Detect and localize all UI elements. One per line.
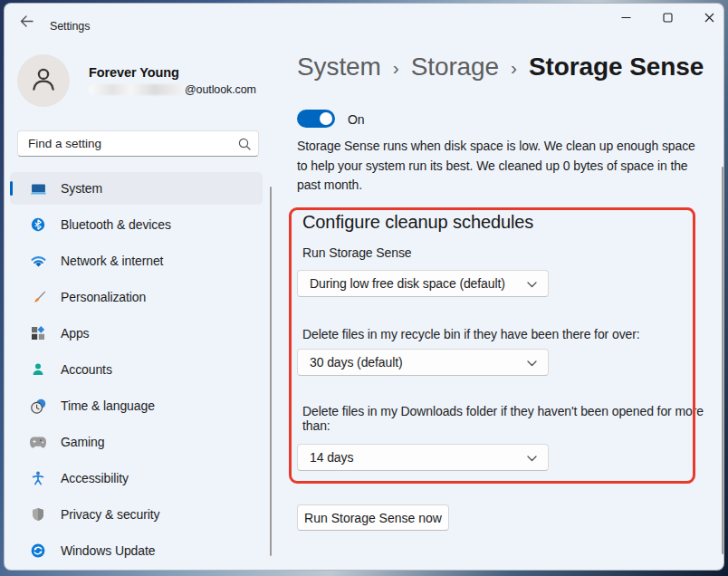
section-title: Configure cleanup schedules bbox=[302, 212, 533, 233]
sidebar-item-label: Time & language bbox=[61, 398, 155, 413]
windows-update-icon bbox=[30, 543, 46, 558]
sidebar-item-label: Accessibility bbox=[61, 471, 129, 485]
minimize-icon bbox=[621, 10, 631, 26]
accounts-icon bbox=[30, 362, 46, 377]
privacy-icon bbox=[30, 507, 46, 522]
storage-sense-toggle[interactable] bbox=[297, 110, 335, 128]
sidebar-item-gaming[interactable]: Gaming bbox=[10, 426, 263, 458]
email-blurred-part bbox=[89, 84, 183, 95]
breadcrumb-storage-sense: Storage Sense bbox=[529, 53, 704, 82]
close-icon bbox=[704, 10, 714, 26]
toggle-state-label: On bbox=[348, 112, 364, 127]
run-storage-sense-dropdown[interactable]: During low free disk space (default) bbox=[297, 270, 549, 297]
sidebar-item-personalization[interactable]: Personalization bbox=[10, 281, 263, 313]
back-arrow-icon bbox=[20, 14, 34, 31]
run-storage-sense-now-button[interactable]: Run Storage Sense now bbox=[297, 504, 449, 531]
sidebar-item-privacy-security[interactable]: Privacy & security bbox=[10, 498, 263, 531]
breadcrumb: System › Storage › Storage Sense bbox=[297, 53, 704, 82]
content-scrollbar[interactable] bbox=[722, 167, 723, 554]
user-name: Forever Young bbox=[89, 65, 179, 80]
apps-icon bbox=[30, 326, 46, 341]
back-button[interactable] bbox=[12, 10, 41, 35]
run-storage-sense-label: Run Storage Sense bbox=[302, 245, 412, 260]
sidebar-item-label: Gaming bbox=[61, 435, 104, 449]
maximize-icon bbox=[663, 10, 673, 26]
sidebar-item-accessibility[interactable]: Accessibility bbox=[10, 462, 263, 494]
accessibility-icon bbox=[30, 471, 46, 485]
toggle-knob bbox=[320, 112, 332, 125]
bluetooth-icon bbox=[30, 217, 46, 232]
breadcrumb-storage[interactable]: Storage bbox=[411, 53, 499, 82]
system-icon bbox=[30, 181, 46, 197]
network-icon bbox=[30, 254, 46, 269]
minimize-button[interactable] bbox=[605, 4, 647, 33]
storage-sense-description: Storage Sense runs when disk space is lo… bbox=[297, 137, 706, 196]
chevron-down-icon bbox=[527, 449, 537, 466]
sidebar-item-label: Windows Update bbox=[61, 543, 155, 558]
sidebar-item-apps[interactable]: Apps bbox=[10, 317, 263, 350]
window-title: Settings bbox=[50, 20, 90, 33]
downloads-folder-label: Delete files in my Downloads folder if t… bbox=[302, 404, 705, 433]
selected-indicator bbox=[10, 181, 13, 196]
chevron-right-icon: › bbox=[393, 55, 399, 79]
dropdown-value: 14 days bbox=[310, 450, 527, 465]
dropdown-value: During low free disk space (default) bbox=[310, 276, 527, 291]
email-suffix: @outlook.com bbox=[185, 83, 256, 96]
sidebar-item-label: Accounts bbox=[61, 362, 112, 377]
avatar bbox=[17, 54, 70, 107]
sidebar-item-time-language[interactable]: Time & language bbox=[10, 389, 263, 422]
sidebar-item-windows-update[interactable]: Windows Update bbox=[10, 534, 263, 567]
time-language-icon bbox=[30, 398, 46, 414]
search-input[interactable] bbox=[17, 130, 259, 157]
chevron-down-icon bbox=[527, 275, 537, 292]
user-email: @outlook.com bbox=[89, 83, 256, 96]
sidebar-item-label: Privacy & security bbox=[61, 507, 159, 522]
sidebar-item-label: Bluetooth & devices bbox=[61, 217, 171, 232]
personalization-icon bbox=[30, 290, 46, 305]
gaming-icon bbox=[30, 436, 46, 449]
search-icon bbox=[238, 138, 251, 154]
sidebar-item-label: Network & internet bbox=[61, 254, 163, 268]
settings-window: Settings Forever Young @outlook.com bbox=[4, 3, 724, 571]
sidebar-item-label: System bbox=[61, 181, 102, 196]
dropdown-value: 30 days (default) bbox=[310, 355, 527, 370]
close-button[interactable] bbox=[688, 4, 724, 33]
sidebar-item-system[interactable]: System bbox=[10, 172, 263, 205]
sidebar-item-network-internet[interactable]: Network & internet bbox=[10, 245, 263, 277]
downloads-folder-dropdown[interactable]: 14 days bbox=[297, 444, 549, 471]
sidebar-item-accounts[interactable]: Accounts bbox=[10, 353, 263, 386]
person-icon bbox=[28, 63, 59, 98]
maximize-button[interactable] bbox=[647, 4, 688, 33]
chevron-right-icon: › bbox=[511, 55, 517, 79]
sidebar-item-label: Personalization bbox=[61, 290, 146, 304]
recycle-bin-dropdown[interactable]: 30 days (default) bbox=[297, 349, 549, 376]
breadcrumb-system[interactable]: System bbox=[297, 53, 381, 82]
sidebar-item-bluetooth-devices[interactable]: Bluetooth & devices bbox=[10, 208, 263, 241]
chevron-down-icon bbox=[527, 354, 537, 370]
sidebar-item-label: Apps bbox=[61, 326, 90, 341]
recycle-bin-label: Delete files in my recycle bin if they h… bbox=[302, 327, 640, 341]
sidebar-scrollbar[interactable] bbox=[270, 187, 272, 556]
